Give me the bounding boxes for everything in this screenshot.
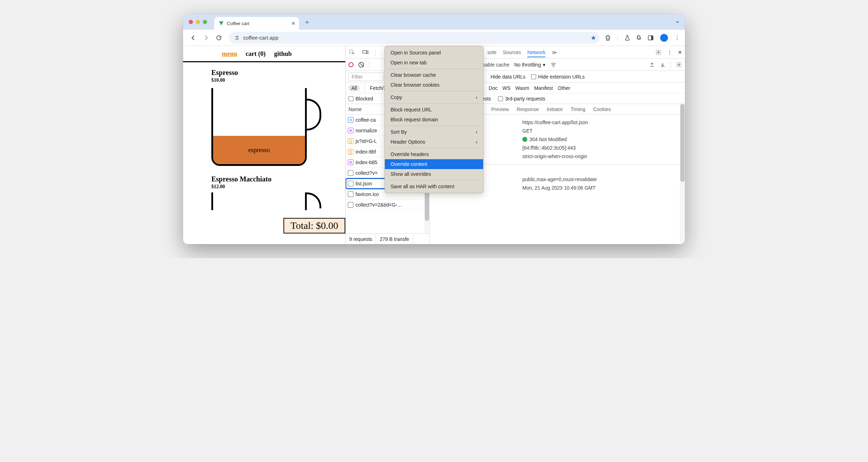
divider — [670, 61, 671, 69]
minimize-window-button[interactable] — [196, 20, 200, 24]
ctx-save-har[interactable]: Save all as HAR with content — [385, 181, 483, 191]
content-area: menu cart (0) github Espresso $10.00 esp… — [183, 46, 685, 244]
upload-icon[interactable] — [649, 62, 655, 68]
filter-input[interactable]: Filter — [348, 73, 384, 81]
maximize-window-button[interactable] — [203, 20, 207, 24]
site-settings-icon[interactable] — [234, 35, 240, 41]
close-devtools-icon[interactable]: ✕ — [678, 50, 682, 55]
extensions-icon[interactable] — [605, 35, 611, 41]
product-name: Espresso — [211, 69, 345, 77]
scrollbar[interactable] — [680, 104, 685, 244]
close-window-button[interactable] — [189, 20, 193, 24]
nav-cart-link[interactable]: cart (0) — [246, 50, 265, 58]
hide-data-urls-partial[interactable]: Hide data URLs — [491, 74, 526, 80]
google-icon[interactable]: G — [637, 35, 641, 41]
tab-network[interactable]: Network — [527, 50, 545, 57]
new-tab-button[interactable]: ＋ — [304, 18, 310, 26]
product-name: Espresso Macchiato — [211, 175, 345, 183]
ctx-block-domain[interactable]: Block request domain — [385, 115, 483, 125]
ctx-header-options[interactable]: Header Options› — [385, 137, 483, 147]
css-icon — [348, 160, 353, 165]
settings-gear-icon[interactable] — [655, 49, 662, 56]
ctx-clear-cookies[interactable]: Clear browser cookies — [385, 80, 483, 90]
labs-icon[interactable] — [624, 35, 631, 41]
divider — [388, 148, 480, 148]
svg-point-7 — [658, 51, 659, 53]
divider — [375, 48, 376, 56]
tab-initiator[interactable]: Initiator — [547, 106, 563, 112]
svg-rect-3 — [651, 36, 653, 40]
product-espresso[interactable]: Espresso $10.00 espresso — [183, 62, 345, 166]
request-url: https://coffee-cart.app/list.json — [522, 120, 588, 125]
tabs-overflow-icon[interactable]: ≫ — [552, 50, 557, 55]
filter-ws[interactable]: WS — [503, 85, 511, 91]
summary-count: 9 requests — [346, 234, 376, 244]
close-tab-button[interactable]: ✕ — [291, 21, 295, 26]
wifi-icon[interactable] — [550, 62, 557, 68]
filter-other[interactable]: Other — [558, 85, 570, 91]
divider — [369, 61, 369, 69]
cart-total[interactable]: Total: $0.00 — [283, 218, 345, 233]
header-value: public,max-age=0,must-revalidate — [522, 177, 597, 182]
kebab-menu-icon[interactable]: ⋮ — [674, 34, 680, 41]
filter-doc[interactable]: Doc — [489, 85, 498, 91]
bookmark-star-icon[interactable]: ★ — [591, 34, 596, 42]
forward-button[interactable] — [201, 33, 211, 43]
reload-button[interactable] — [213, 33, 224, 43]
tabs-menu-button[interactable] — [675, 19, 680, 24]
status-code: 304 Not Modified — [522, 137, 567, 142]
kebab-menu-icon[interactable]: ⋮ — [667, 50, 672, 55]
tab-response[interactable]: Response — [517, 106, 539, 112]
divider — [388, 103, 480, 104]
network-summary: 9 requests 279 B transfe — [346, 233, 429, 244]
product-price: $10.00 — [211, 77, 345, 83]
blocked-checkbox[interactable]: Blocked — [348, 96, 373, 102]
third-party-checkbox[interactable]: 3rd-party requests — [498, 96, 545, 102]
tab-cookies[interactable]: Cookies — [593, 106, 611, 112]
nav-menu-link[interactable]: menu — [222, 50, 237, 58]
ctx-open-sources[interactable]: Open in Sources panel — [385, 48, 483, 58]
request-method: GET — [522, 128, 533, 134]
profile-avatar[interactable] — [660, 34, 668, 42]
tab-console[interactable]: sole — [487, 50, 497, 55]
ctx-override-headers[interactable]: Override headers — [385, 149, 483, 159]
back-button[interactable] — [188, 33, 199, 43]
devtools-panel: sole Sources Network ≫ ⋮ ✕ Disable ca — [346, 46, 685, 244]
css-icon — [348, 128, 353, 133]
record-button[interactable] — [348, 62, 353, 67]
nav-github-link[interactable]: github — [274, 50, 292, 58]
ctx-sort-by[interactable]: Sort By› — [385, 127, 483, 137]
ctx-copy[interactable]: Copy› — [385, 92, 483, 102]
ctx-open-new-tab[interactable]: Open in new tab — [385, 58, 483, 68]
filter-wasm[interactable]: Wasm — [515, 85, 529, 91]
header-value: Mon, 21 Aug 2023 10:49:06 GMT — [522, 185, 596, 191]
tab-sources[interactable]: Sources — [503, 50, 521, 55]
filter-all[interactable]: All — [348, 85, 360, 91]
file-icon — [348, 191, 353, 197]
ctx-show-overrides[interactable]: Show all overrides — [385, 169, 483, 179]
tab-preview[interactable]: Preview — [491, 106, 509, 112]
throttle-select[interactable]: No throttling ▾ — [514, 62, 545, 68]
inspect-icon[interactable] — [348, 49, 356, 56]
hide-ext-urls-checkbox[interactable]: Hide extension URLs — [531, 74, 585, 80]
ctx-override-content[interactable]: Override content — [385, 159, 483, 169]
clear-button[interactable] — [358, 62, 364, 68]
tab-title: Coffee cart — [227, 21, 249, 26]
address-bar[interactable]: coffee-cart.app ★ — [229, 32, 600, 44]
download-icon[interactable] — [660, 62, 665, 68]
filter-manifest[interactable]: Manifest — [534, 85, 553, 91]
settings-gear-icon[interactable] — [676, 62, 682, 68]
ctx-clear-cache[interactable]: Clear browser cache — [385, 70, 483, 80]
remote-address: [64:ff9b::4b02:3c05]:443 — [522, 145, 576, 151]
webpage-viewport: menu cart (0) github Espresso $10.00 esp… — [183, 46, 346, 244]
browser-tab[interactable]: Coffee cart ✕ — [214, 17, 299, 30]
tab-strip: Coffee cart ✕ ＋ — [183, 14, 685, 30]
url-text: coffee-cart.app — [243, 35, 278, 41]
product-macchiato[interactable]: Espresso Macchiato $12.00 — [183, 166, 345, 210]
divider — [388, 69, 480, 69]
ctx-block-url[interactable]: Block request URL — [385, 105, 483, 115]
request-row[interactable]: collect?v=2&tid=G-… — [346, 200, 429, 210]
sidepanel-icon[interactable] — [647, 35, 654, 41]
tab-timing[interactable]: Timing — [571, 106, 586, 112]
device-toggle-icon[interactable] — [362, 49, 369, 56]
